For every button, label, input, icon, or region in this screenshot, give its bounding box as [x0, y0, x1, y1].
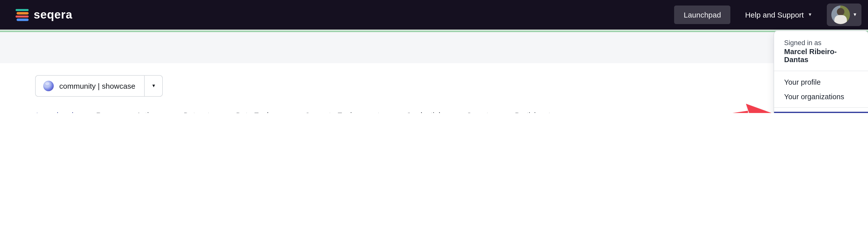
user-avatar-button[interactable]: ▼ [827, 3, 862, 26]
menu-item-your-organizations[interactable]: Your organizations [774, 89, 868, 104]
workspace-selector-caret-button[interactable]: ▼ [145, 76, 162, 96]
user-name: Marcel Ribeiro-Dantas [784, 48, 858, 64]
tab-datasets[interactable]: Datasets [181, 111, 216, 113]
user-menu-header: Signed in as Marcel Ribeiro-Dantas [774, 31, 868, 71]
tab-data-explorer[interactable]: Data Explorer [233, 111, 285, 113]
user-dropdown-menu: Signed in as Marcel Ribeiro-Dantas Your … [774, 31, 868, 113]
tab-actions[interactable]: Actions [133, 111, 164, 113]
help-and-support-menu[interactable]: Help and Support ▼ [745, 10, 812, 19]
chevron-down-icon: ▼ [808, 12, 812, 17]
launchpad-nav-button[interactable]: Launchpad [674, 5, 731, 24]
header-band [0, 32, 868, 63]
workspace-name: community | showcase [59, 82, 135, 90]
annotation-arrow-icon [714, 103, 775, 113]
tab-participants[interactable]: Participants [512, 111, 557, 113]
tab-secrets[interactable]: Secrets [464, 111, 495, 113]
globe-icon [43, 81, 54, 91]
help-and-support-label: Help and Support [745, 10, 804, 19]
seqera-logo-icon [16, 9, 29, 21]
workspace-selector-main: community | showcase [36, 76, 145, 96]
tab-credentials[interactable]: Credentials [403, 111, 447, 113]
tab-launchpad[interactable]: Launchpad [33, 111, 76, 113]
seqera-brand[interactable]: seqera [16, 8, 72, 22]
tab-runs[interactable]: Runs [93, 111, 117, 113]
menu-item-your-tokens[interactable]: Your tokens [774, 112, 868, 113]
accent-strip [0, 30, 868, 32]
chevron-down-icon: ▼ [853, 12, 857, 17]
signed-in-as-label: Signed in as [784, 39, 858, 47]
menu-section-credentials: Your tokens Your credentials Your secret… [774, 108, 868, 113]
top-navbar: seqera Launchpad Help and Support ▼ ▼ [0, 0, 868, 30]
seqera-app: seqera Launchpad Help and Support ▼ ▼ co… [0, 0, 868, 113]
chevron-down-icon: ▼ [151, 84, 156, 88]
menu-item-your-profile[interactable]: Your profile [774, 75, 868, 89]
avatar [831, 5, 850, 24]
tab-compute-environments[interactable]: Compute Environments [302, 111, 386, 113]
menu-section-profile: Your profile Your organizations [774, 71, 868, 107]
workspace-selector[interactable]: community | showcase ▼ [35, 75, 163, 97]
brand-wordmark: seqera [34, 8, 72, 22]
navbar-right: Launchpad Help and Support ▼ ▼ [674, 3, 862, 26]
